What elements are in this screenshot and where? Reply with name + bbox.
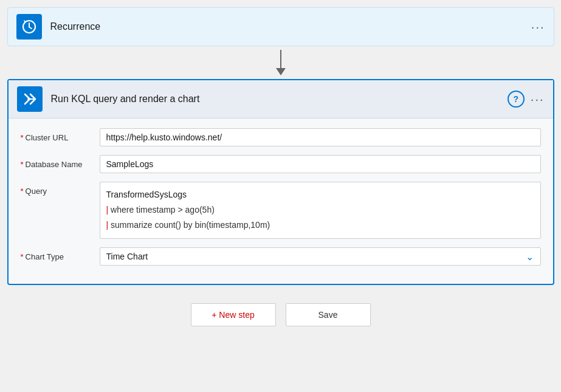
action-card-title: Run KQL query and render a chart — [51, 94, 508, 105]
query-line-1: TransformedSysLogs — [106, 187, 534, 202]
query-input[interactable]: TransformedSysLogs | where timestamp > a… — [100, 182, 541, 239]
action-more-button[interactable]: ··· — [531, 92, 545, 106]
new-step-button[interactable]: + New step — [191, 303, 276, 326]
action-icon-box — [17, 86, 43, 112]
query-row: *Query TransformedSysLogs | where timest… — [21, 182, 541, 239]
recurrence-title: Recurrence — [50, 21, 531, 32]
chart-type-required: * — [21, 252, 24, 261]
recurrence-card: Recurrence ··· — [7, 7, 554, 46]
database-name-label: *Database Name — [21, 155, 100, 169]
action-card-body: *Cluster URL *Database Name *Query Trans… — [9, 119, 553, 284]
query-summarize-clause: summarize count() by bin(timestamp,10m) — [111, 220, 270, 230]
clock-icon — [21, 19, 37, 35]
database-name-row: *Database Name — [21, 155, 541, 173]
cluster-url-row: *Cluster URL — [21, 128, 541, 146]
database-name-required: * — [21, 160, 24, 169]
cluster-url-label: *Cluster URL — [21, 128, 100, 142]
recurrence-icon-box — [16, 14, 42, 40]
query-line-3: | summarize count() by bin(timestamp,10m… — [106, 218, 534, 233]
database-name-input[interactable] — [100, 155, 541, 173]
action-card: Run KQL query and render a chart ? ··· *… — [7, 79, 554, 285]
action-card-header: Run KQL query and render a chart ? ··· — [9, 80, 553, 119]
bottom-actions: + New step Save — [191, 303, 371, 326]
save-button[interactable]: Save — [286, 303, 371, 326]
query-pipe-1: | — [106, 205, 111, 215]
query-line-2: | where timestamp > ago(5h) — [106, 202, 534, 218]
query-label: *Query — [21, 182, 100, 196]
chart-type-select-wrapper: Time Chart Bar Chart Pie Chart Scatter C… — [100, 247, 541, 266]
cluster-url-required: * — [21, 133, 24, 142]
recurrence-more-button[interactable]: ··· — [531, 20, 545, 34]
query-where-clause: where timestamp > ago(5h) — [111, 205, 215, 215]
kusto-icon — [22, 91, 38, 107]
svg-line-2 — [29, 27, 32, 29]
chart-type-label: *Chart Type — [21, 247, 100, 261]
query-required: * — [21, 187, 24, 196]
arrow-line — [280, 50, 281, 68]
cluster-url-input[interactable] — [100, 128, 541, 146]
chart-type-select[interactable]: Time Chart Bar Chart Pie Chart Scatter C… — [100, 247, 541, 266]
arrow-head — [276, 68, 286, 75]
query-pipe-2: | — [106, 220, 111, 230]
chart-type-row: *Chart Type Time Chart Bar Chart Pie Cha… — [21, 247, 541, 266]
help-button[interactable]: ? — [508, 91, 525, 108]
connector-arrow — [276, 50, 286, 75]
